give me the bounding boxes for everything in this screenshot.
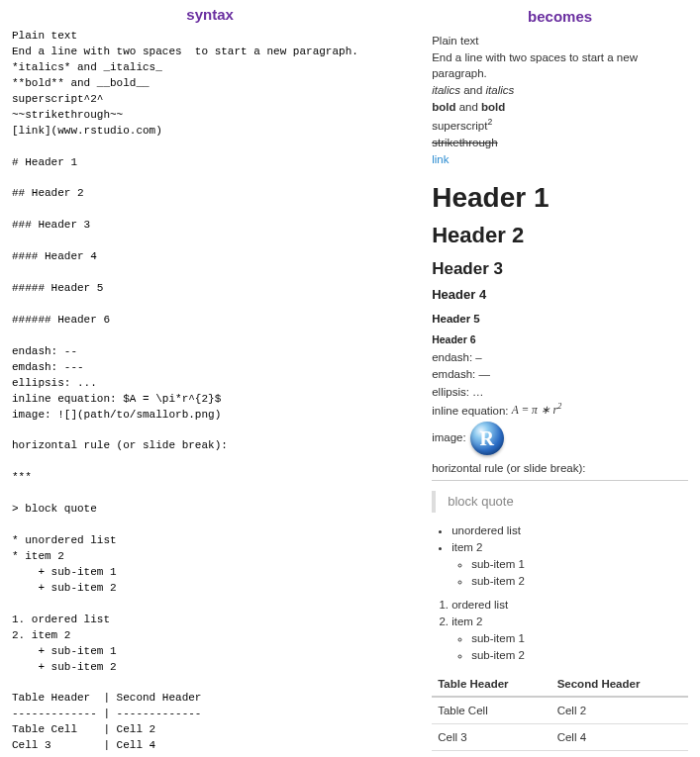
plain-text: Plain text [432,33,688,48]
r-orb-icon: R [470,422,504,455]
rendered-column: becomes Plain text End a line with two s… [420,0,700,757]
italics-line: italics and italics [432,82,688,98]
list-item: item 2 sub-item 1 sub-item 2 [451,539,688,589]
table-header-row: Table Header Second Header [432,672,688,697]
header-6: Header 6 [432,332,688,347]
inline-equation-line: inline equation: A = π ∗ r2 [432,401,688,419]
block-quote: block quote [432,491,688,513]
superscript-line: superscript2 [432,116,688,134]
header-2: Header 2 [432,221,688,251]
list-item: sub-item 1 [471,630,688,646]
header-3: Header 3 [432,257,688,281]
emdash-line: emdash: — [432,366,688,382]
rendered-link[interactable]: link [432,153,449,165]
ellipsis-line: ellipsis: … [432,384,688,400]
table-cell: Cell 3 [432,723,550,750]
header-1: Header 1 [432,178,688,217]
bold-text-2: bold [481,101,505,113]
rendered-table: Table Header Second Header Table Cell Ce… [432,672,688,751]
table-cell: Cell 2 [551,697,688,724]
equation: A = π ∗ r2 [512,404,562,416]
endash-line: endash: – [432,349,688,365]
italic-text-2: italics [486,84,515,96]
table-header-cell: Table Header [432,672,550,697]
list-item: item 2 sub-item 1 sub-item 2 [451,614,688,663]
hr-label: horizontal rule (or slide break): [432,460,688,476]
list-item: unordered list [451,522,688,538]
rendered-title: becomes [432,6,688,27]
page-root: syntax Plain text End a line with two sp… [0,0,700,757]
ordered-list: ordered list item 2 sub-item 1 sub-item … [432,597,688,663]
list-item: sub-item 2 [471,573,688,589]
syntax-column: syntax Plain text End a line with two sp… [0,0,420,757]
list-item: sub-item 2 [471,647,688,663]
image-label: image: [432,429,466,445]
strikethrough-line: strikethrough [432,135,688,150]
italic-text-1: italics [432,84,460,96]
link-line: link [432,151,688,167]
table-cell: Cell 4 [551,723,688,750]
new-paragraph-text: End a line with two spaces to start a ne… [432,49,688,81]
bold-text-1: bold [432,101,455,113]
unordered-list: unordered list item 2 sub-item 1 sub-ite… [432,522,688,589]
header-5: Header 5 [432,311,688,327]
table-header-cell: Second Header [551,672,688,697]
superscript-value: 2 [487,117,492,127]
image-line: image: R [432,422,688,455]
table-row: Cell 3 Cell 4 [432,723,688,750]
sub-list: sub-item 1 sub-item 2 [451,556,688,589]
list-item: sub-item 1 [471,556,688,572]
bold-line: bold and bold [432,99,688,115]
syntax-title: syntax [12,6,408,23]
table-row: Table Cell Cell 2 [432,697,688,724]
horizontal-rule [432,480,688,481]
header-4: Header 4 [432,286,688,304]
table-cell: Table Cell [432,697,550,724]
list-item: ordered list [451,597,688,613]
syntax-code-block: Plain text End a line with two spaces to… [12,29,408,754]
sub-list: sub-item 1 sub-item 2 [451,630,688,663]
